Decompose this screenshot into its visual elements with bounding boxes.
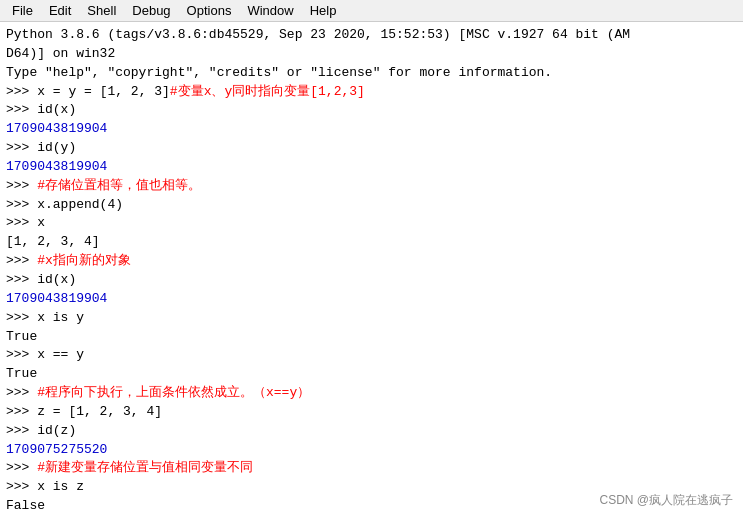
terminal-line: >>> id(z)	[6, 422, 737, 441]
terminal-line: 1709043819904	[6, 120, 737, 139]
terminal-line: D64)] on win32	[6, 45, 737, 64]
terminal-line: [1, 2, 3, 4]	[6, 233, 737, 252]
terminal: Python 3.8.6 (tags/v3.8.6:db45529, Sep 2…	[0, 22, 743, 517]
terminal-line: >>> x is y	[6, 309, 737, 328]
terminal-line: 1709043819904	[6, 290, 737, 309]
terminal-line: >>> x	[6, 214, 737, 233]
watermark: CSDN @疯人院在逃疯子	[599, 492, 733, 509]
terminal-line: >>> id(y)	[6, 139, 737, 158]
terminal-line: >>> id(x)	[6, 271, 737, 290]
terminal-line: >>> z = [1, 2, 3, 4]	[6, 403, 737, 422]
terminal-line: 1709075275520	[6, 441, 737, 460]
menu-debug[interactable]: Debug	[124, 1, 178, 20]
terminal-line: 1709043819904	[6, 158, 737, 177]
terminal-line: >>> #新建变量存储位置与值相同变量不同	[6, 459, 737, 478]
menu-file[interactable]: File	[4, 1, 41, 20]
terminal-line: Python 3.8.6 (tags/v3.8.6:db45529, Sep 2…	[6, 26, 737, 45]
menu-window[interactable]: Window	[239, 1, 301, 20]
terminal-line: >>> id(x)	[6, 101, 737, 120]
terminal-line: True	[6, 365, 737, 384]
menu-options[interactable]: Options	[179, 1, 240, 20]
terminal-line: Type "help", "copyright", "credits" or "…	[6, 64, 737, 83]
menu-edit[interactable]: Edit	[41, 1, 79, 20]
menubar: File Edit Shell Debug Options Window Hel…	[0, 0, 743, 22]
terminal-line: >>> #x指向新的对象	[6, 252, 737, 271]
terminal-line: >>> x == y	[6, 346, 737, 365]
terminal-line: >>> x.append(4)	[6, 196, 737, 215]
menu-shell[interactable]: Shell	[79, 1, 124, 20]
terminal-line: True	[6, 328, 737, 347]
menu-help[interactable]: Help	[302, 1, 345, 20]
terminal-line: >>> x = y = [1, 2, 3]#变量x、y同时指向变量[1,2,3]	[6, 83, 737, 102]
terminal-line: >>> #程序向下执行，上面条件依然成立。（x==y）	[6, 384, 737, 403]
terminal-line: >>> #存储位置相等，值也相等。	[6, 177, 737, 196]
